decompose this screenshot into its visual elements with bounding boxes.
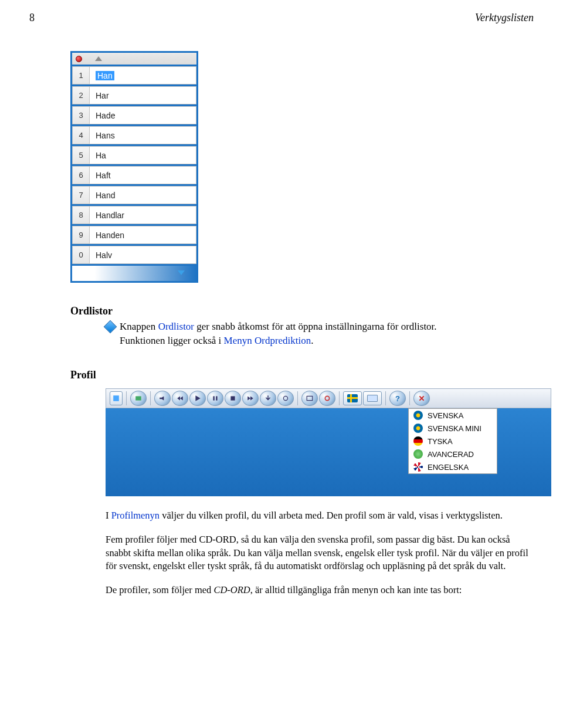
toolbar-profile-flag-button[interactable] [343,391,362,405]
scroll-down-icon[interactable] [178,270,185,275]
app-toolbar: ? [106,388,551,408]
svg-point-5 [283,396,287,400]
prediction-word[interactable]: Hand [90,186,196,204]
body-paragraphs: I Profilmenyn väljer du vilken profil, d… [106,509,534,597]
toolbar-pause-button[interactable] [207,391,223,406]
profile-toolbar-screenshot: ? SVENSKASVENSKA MINITYSKAAVANCERADENGEL… [106,388,551,496]
svg-rect-3 [216,396,217,400]
heading-ordlistor: Ordlistor [70,305,534,317]
record-icon[interactable] [76,56,82,62]
toolbar-body: SVENSKASVENSKA MINITYSKAAVANCERADENGELSK… [106,408,551,496]
profile-menu-label: SVENSKA MINI [428,424,481,433]
svg-point-7 [325,396,329,400]
prediction-word[interactable]: Hade [90,106,196,124]
toolbar-play-button[interactable] [189,391,206,406]
page-number: 8 [29,12,35,24]
svg-rect-4 [230,396,235,400]
toolbar-forward-button[interactable] [242,391,259,406]
prediction-row[interactable]: 6Haft [72,166,196,184]
toolbar-stop-button[interactable] [225,391,241,406]
page-title: Verktygslisten [475,12,534,24]
prediction-word[interactable]: Ha [90,146,196,164]
prediction-word[interactable]: Har [90,86,196,104]
toolbar-close-button[interactable] [413,391,430,406]
profile-menu-label: ENGELSKA [428,463,469,472]
toolbar-keyboard-button[interactable] [363,391,382,405]
profile-menu-icon [413,436,423,446]
ordlistor-line2: Funktionen ligger också i Menyn Ordpredi… [106,335,534,347]
prediction-word[interactable]: Handlar [90,206,196,224]
prediction-number: 1 [72,66,90,84]
prediction-number: 2 [72,86,90,104]
prediction-word[interactable]: Han [90,66,196,84]
paragraph-3: De profiler, som följer med CD-ORD, är a… [106,584,534,597]
svg-rect-6 [307,396,313,400]
link-profilmenyn[interactable]: Profilmenyn [111,510,160,521]
profile-menu-label: SVENSKA [428,411,463,420]
page-header: 8 Verktygslisten [29,12,534,24]
svg-rect-1 [135,396,141,400]
svg-rect-0 [113,395,119,401]
prediction-word[interactable]: Halv [90,246,196,264]
link-ordlistor[interactable]: Ordlistor [158,321,194,332]
prediction-row[interactable]: 3Hade [72,106,196,124]
panel-bottombar [72,266,196,281]
toolbar-rewind-button[interactable] [172,391,188,406]
ordlistor-icon [104,320,117,334]
prediction-row[interactable]: 9Handen [72,226,196,244]
ordlistor-text: Knappen Ordlistor ger snabb åtkomst för … [120,321,437,333]
prediction-row[interactable]: 7Hand [72,186,196,204]
profile-menu-icon [413,462,423,472]
profile-menu-item[interactable]: SVENSKA MINI [409,422,497,435]
prediction-row[interactable]: 5Ha [72,146,196,164]
profile-menu-icon [413,411,423,420]
toolbar-window-button[interactable] [301,391,318,406]
prediction-row[interactable]: 8Handlar [72,206,196,224]
heading-profil: Profil [70,369,534,381]
profile-menu-item[interactable]: SVENSKA [409,409,497,422]
prediction-row[interactable]: 2Har [72,86,196,104]
ordlistor-line: Knappen Ordlistor ger snabb åtkomst för … [106,321,534,333]
prediction-number: 5 [72,146,90,164]
profile-menu-icon [413,449,423,459]
toolbar-speak-button[interactable] [154,391,171,406]
toolbar-print-button[interactable] [130,391,147,406]
toolbar-cdord-icon[interactable] [110,391,123,405]
prediction-number: 3 [72,106,90,124]
prediction-number: 7 [72,186,90,204]
toolbar-strategy-button[interactable] [277,391,294,406]
prediction-number: 6 [72,166,90,184]
prediction-number: 0 [72,246,90,264]
profile-menu-item[interactable]: TYSKA [409,435,497,448]
profile-dropdown-menu: SVENSKASVENSKA MINITYSKAAVANCERADENGELSK… [408,408,497,474]
profile-menu-label: TYSKA [428,437,453,446]
paragraph-2: Fem profiler följer med CD-ORD, så du ka… [106,533,534,573]
flag-sweden-icon [347,394,358,402]
toolbar-help-button[interactable]: ? [389,391,406,406]
prediction-row[interactable]: 4Hans [72,126,196,144]
toolbar-save-sound-button[interactable] [260,391,276,406]
prediction-number: 4 [72,126,90,144]
profile-menu-icon [413,424,423,433]
link-menyn-ordprediktion[interactable]: Menyn Ordprediktion [224,335,311,346]
prediction-number: 8 [72,206,90,224]
word-prediction-panel: 1Han2Har3Hade4Hans5Ha6Haft7Hand8Handlar9… [70,51,198,283]
paragraph-1: I Profilmenyn väljer du vilken profil, d… [106,509,534,523]
profile-menu-item[interactable]: AVANCERAD [409,448,497,460]
prediction-word[interactable]: Handen [90,226,196,244]
profile-menu-label: AVANCERAD [428,450,474,459]
panel-topbar [72,53,196,65]
prediction-number: 9 [72,226,90,244]
prediction-word[interactable]: Hans [90,126,196,144]
prediction-row[interactable]: 0Halv [72,246,196,264]
prediction-word[interactable]: Haft [90,166,196,184]
emphasis-cdord: CD-ORD [213,584,250,595]
prediction-row[interactable]: 1Han [72,66,196,84]
profile-menu-item[interactable]: ENGELSKA [409,460,497,473]
svg-rect-2 [213,396,214,400]
toolbar-restart-button[interactable] [319,391,335,406]
scroll-up-icon[interactable] [95,56,102,61]
keyboard-icon [367,395,378,402]
